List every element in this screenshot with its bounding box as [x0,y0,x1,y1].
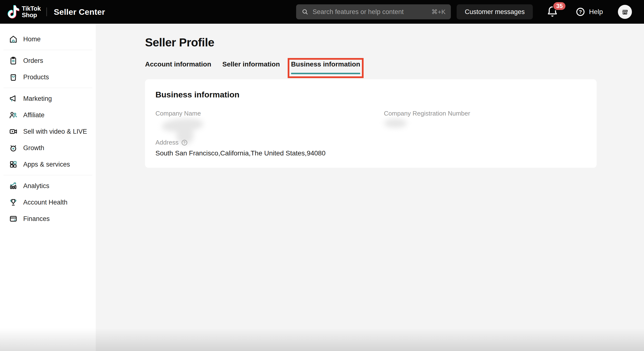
company-name-label: Company Name [156,110,201,117]
sidebar-item-affiliate[interactable]: Affiliate [0,107,96,123]
customer-messages-button[interactable]: Customer messages [457,4,533,19]
tab-active-underline [291,73,360,74]
company-registration-number-label: Company Registration Number [384,110,470,117]
store-icon [621,8,629,16]
search-bar[interactable]: ⌘+K [296,4,451,19]
sidebar-divider [4,50,92,50]
sidebar-item-finances[interactable]: Finances [0,210,96,227]
sidebar-item-marketing[interactable]: Marketing [0,90,96,107]
address-value: South San Francisco,California,The Unite… [156,150,326,157]
sidebar-item-analytics[interactable]: Analytics [0,178,96,194]
search-shortcut: ⌘+K [431,8,446,16]
megaphone-icon [9,94,18,103]
search-icon [302,8,309,16]
sidebar-item-label: Orders [23,57,43,64]
notifications-button[interactable]: 35 [546,5,558,18]
sidebar-item-label: Products [23,74,49,81]
people-icon [9,110,18,120]
bar-chart-icon [9,181,18,190]
tab-label: Business information [291,60,360,68]
tab-account-information[interactable]: Account information [145,60,211,74]
sidebar-item-label: Analytics [23,182,49,190]
question-circle-icon: ? [575,7,586,17]
topbar: TikTok Shop Seller Center ⌘+K Customer m… [0,0,644,24]
sidebar-item-label: Growth [23,144,44,152]
sidebar-item-apps-services[interactable]: Apps & services [0,156,96,172]
address-label-row: Address ? [156,139,188,146]
brand-wordmark: TikTok Shop [22,5,40,18]
shop-avatar-button[interactable] [618,5,632,19]
tab-seller-information[interactable]: Seller information [222,60,280,74]
topbar-right: Customer messages 35 ? Help [457,0,644,24]
tiktok-note-icon [7,4,20,20]
sidebar-item-label: Sell with video & LIVE [23,128,87,135]
clipboard-icon [9,56,18,65]
sidebar-divider [4,175,92,175]
tab-label: Seller information [222,60,280,68]
notification-badge: 35 [552,2,566,11]
brand-divider [46,8,47,16]
company-registration-number-redacted-value [383,118,410,130]
tab-bar: Account information Seller information B… [145,60,360,74]
search-input[interactable] [312,8,428,16]
bottom-fade-overlay [0,328,644,351]
brand-line1: TikTok [22,5,40,12]
card-heading: Business information [156,90,240,99]
video-camera-icon [9,127,18,136]
sidebar-item-growth[interactable]: Growth [0,140,96,156]
brand-line2: Shop [22,12,40,18]
grid-icon [9,160,18,169]
tab-business-information[interactable]: Business information [291,60,360,74]
sidebar-item-account-health[interactable]: Account Health [0,194,96,210]
sidebar-item-products[interactable]: Products [0,69,96,85]
svg-text:?: ? [579,9,582,14]
help-label: Help [589,8,603,16]
help-button[interactable]: ? Help [575,7,603,17]
trophy-icon [9,198,18,207]
sidebar-item-orders[interactable]: Orders [0,52,96,69]
tab-label: Account information [145,60,211,68]
tiktok-shop-logo[interactable]: TikTok Shop [7,4,40,20]
svg-text:?: ? [184,141,186,144]
sidebar-divider [4,88,92,88]
address-help-icon[interactable]: ? [181,139,188,146]
sidebar: Home Orders Products Mar [0,24,96,351]
sidebar-item-label: Affiliate [23,112,44,119]
home-icon [9,34,18,44]
sidebar-item-label: Home [23,36,40,43]
shopping-bag-icon [9,72,18,82]
sidebar-item-label: Account Health [23,199,68,206]
page-title: Seller Profile [145,36,214,49]
address-label: Address [156,139,178,146]
sidebar-item-label: Marketing [23,95,52,102]
credit-card-icon [9,214,18,223]
sidebar-item-label: Apps & services [23,161,70,168]
sidebar-item-label: Finances [23,215,50,223]
app-title: Seller Center [54,7,105,17]
growth-badge-icon [9,143,18,152]
business-information-card: Business information Company Name Compan… [145,79,596,168]
sidebar-item-home[interactable]: Home [0,31,96,48]
sidebar-item-sell-with-video-live[interactable]: Sell with video & LIVE [0,123,96,140]
